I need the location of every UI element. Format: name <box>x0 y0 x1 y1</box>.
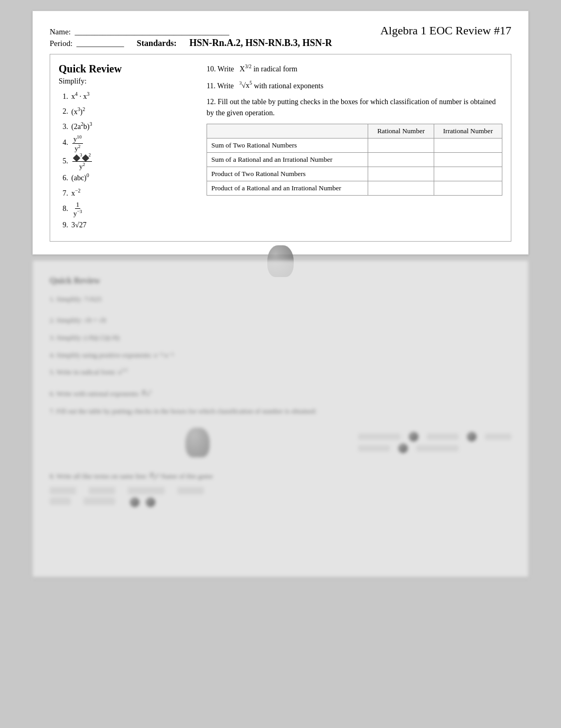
left-column: Quick Review Simplify: 1. x4 · x3 2. (x3… <box>59 63 196 233</box>
list-item: 2. (x3)2 <box>59 104 196 119</box>
number-table: Rational Number Irrational Number Sum of… <box>207 124 502 196</box>
row-rational-4[interactable] <box>368 181 434 196</box>
problem-11: 11. Write 3√x5 with rational exponents <box>207 80 502 91</box>
row-irrational-4[interactable] <box>434 181 502 196</box>
col-header-irrational: Irrational Number <box>434 124 502 139</box>
blurred-page-wrapper: Quick Review 1. Simplify: 7√625 2. Simpl… <box>32 260 529 577</box>
page-title: Algebra 1 EOC Review #17 <box>380 24 511 38</box>
header-bottom: Period: ____________ Standards: HSN-Rn.A… <box>50 38 511 49</box>
blurred-page-2: Quick Review 1. Simplify: 7√625 2. Simpl… <box>32 260 529 577</box>
problem-12: 12. Fill out the table by putting checks… <box>207 96 502 118</box>
name-label: Name: __________________________________… <box>50 27 229 36</box>
list-item: 3. (2a2b)3 <box>59 119 196 134</box>
col-header-rational: Rational Number <box>368 124 434 139</box>
problem-10: 10. Write X3/2 in radical form <box>207 63 502 75</box>
classification-table: Rational Number Irrational Number Sum of… <box>207 124 502 196</box>
list-item: 1. x4 · x3 <box>59 89 196 104</box>
table-row: Sum of a Rational and an Irrational Numb… <box>207 153 502 167</box>
list-item: 5. 32 y2 <box>59 152 196 170</box>
blurred-thumb <box>185 428 210 457</box>
problem-list: 1. x4 · x3 2. (x3)2 3. (2a2b)3 4. y10 <box>59 89 196 233</box>
row-irrational-1[interactable] <box>434 139 502 153</box>
page-1: Name: __________________________________… <box>32 11 529 255</box>
standards-label: Standards: <box>137 39 177 48</box>
row-irrational-2[interactable] <box>434 153 502 167</box>
header-top: Name: __________________________________… <box>50 24 511 38</box>
table-row: Product of Two Rational Numbers <box>207 167 502 181</box>
row-rational-3[interactable] <box>368 167 434 181</box>
row-label-3: Product of Two Rational Numbers <box>207 167 368 181</box>
header: Name: __________________________________… <box>50 24 511 49</box>
list-item: 8. 1 y−3 <box>59 201 196 218</box>
row-rational-1[interactable] <box>368 139 434 153</box>
period-label: Period: ____________ <box>50 39 124 48</box>
row-label-1: Sum of Two Rational Numbers <box>207 139 368 153</box>
quick-review-title: Quick Review <box>59 63 196 75</box>
simplify-label: Simplify: <box>59 77 196 86</box>
standards-value: HSN-Rn.A.2, HSN-RN.B.3, HSN-R <box>189 38 332 49</box>
table-row: Product of a Rational and an Irrational … <box>207 181 502 196</box>
list-item: 6. (abc)0 <box>59 170 196 186</box>
list-item: 4. y10 y2 <box>59 134 196 152</box>
list-item: 7. x−2 <box>59 186 196 201</box>
row-irrational-3[interactable] <box>434 167 502 181</box>
list-item: 9. 3√27 <box>59 218 196 233</box>
blurred-content: Quick Review 1. Simplify: 7√625 2. Simpl… <box>50 271 511 508</box>
col-header-operation <box>207 124 368 139</box>
table-row: Sum of Two Rational Numbers <box>207 139 502 153</box>
right-column: 10. Write X3/2 in radical form 11. Write… <box>207 63 502 233</box>
content-area: Quick Review Simplify: 1. x4 · x3 2. (x3… <box>50 54 511 242</box>
row-label-2: Sum of a Rational and an Irrational Numb… <box>207 153 368 167</box>
row-label-4: Product of a Rational and an Irrational … <box>207 181 368 196</box>
row-rational-2[interactable] <box>368 153 434 167</box>
